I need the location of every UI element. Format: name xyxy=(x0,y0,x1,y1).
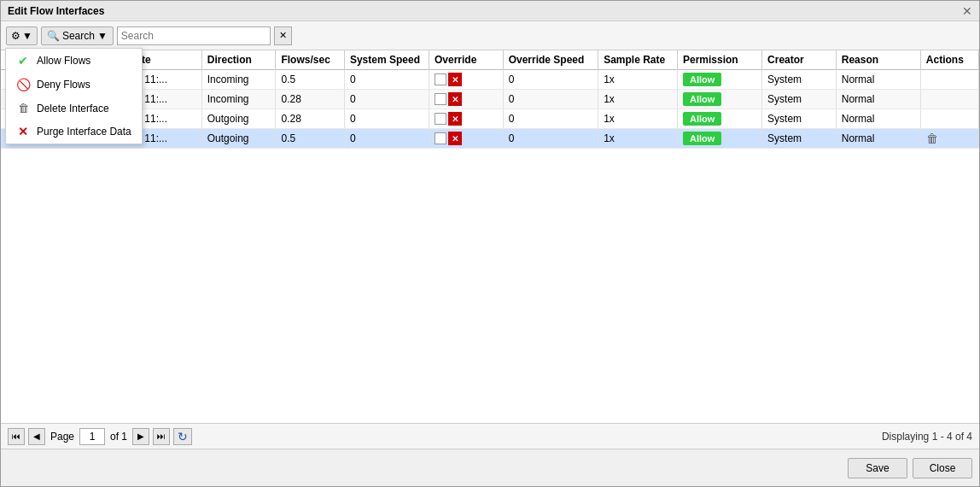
window-close-button[interactable]: ✕ xyxy=(962,4,972,18)
table-container: Seen Last Write Direction Flows/sec Syst… xyxy=(1,50,979,423)
ban-icon: 🚫 xyxy=(16,78,30,91)
permission-badge: Allow xyxy=(683,112,721,126)
cell-permission: Allow xyxy=(678,109,762,129)
save-button[interactable]: Save xyxy=(848,458,907,478)
first-page-button[interactable]: ⏮ xyxy=(8,428,25,445)
override-x-button[interactable]: ✕ xyxy=(448,92,462,106)
override-checkbox[interactable] xyxy=(435,132,446,144)
col-header-direction: Direction xyxy=(201,50,276,70)
dropdown-menu: ✔ Allow Flows 🚫 Deny Flows 🗑 Delete Inte… xyxy=(5,48,143,144)
deny-flows-label: Deny Flows xyxy=(37,79,90,91)
col-header-permission: Permission xyxy=(678,50,762,70)
cell-flows: 0.28 xyxy=(276,109,344,129)
gear-menu-button[interactable]: ⚙ ▼ xyxy=(6,26,38,45)
cell-speed: 0 xyxy=(344,90,429,109)
cell-speed: 0 xyxy=(344,70,429,90)
col-header-creator: Creator xyxy=(762,50,837,70)
cell-override[interactable]: ✕ xyxy=(429,109,504,129)
next-page-button[interactable]: ▶ xyxy=(132,428,149,445)
cell-override[interactable]: ✕ xyxy=(429,129,504,149)
cell-overspeed: 0 xyxy=(503,109,598,129)
col-header-speed: System Speed xyxy=(344,50,429,70)
permission-badge: Allow xyxy=(683,73,721,86)
cell-sample: 1x xyxy=(598,90,678,109)
col-header-reason: Reason xyxy=(836,50,920,70)
col-header-sample: Sample Rate xyxy=(598,50,678,70)
toolbar: ⚙ ▼ 🔍 Search ▼ ✕ xyxy=(1,21,979,50)
search-dropdown-arrow: ▼ xyxy=(97,30,108,42)
table-row[interactable]: 4 Apr '22 11:... 4 Apr '22 11:... Outgoi… xyxy=(1,129,979,149)
trash-icon: 🗑 xyxy=(16,102,30,114)
search-label: Search xyxy=(62,30,95,42)
check-icon: ✔ xyxy=(16,54,30,67)
delete-row-icon[interactable]: 🗑 xyxy=(926,132,938,145)
search-icon: 🔍 xyxy=(47,30,60,42)
table-header-row: Seen Last Write Direction Flows/sec Syst… xyxy=(1,50,979,70)
cell-permission: Allow xyxy=(678,70,762,90)
page-label: Page xyxy=(50,431,74,443)
col-header-overspeed: Override Speed xyxy=(503,50,598,70)
cell-override[interactable]: ✕ xyxy=(429,90,504,109)
cell-direction: Outgoing xyxy=(201,129,276,149)
footer-bar: ⏮ ◀ Page of 1 ▶ ⏭ ↻ Displaying 1 - 4 of … xyxy=(1,423,979,449)
override-checkbox[interactable] xyxy=(435,73,446,85)
title-bar: Edit Flow Interfaces ✕ xyxy=(1,1,979,21)
gear-dropdown-arrow: ▼ xyxy=(22,30,32,42)
prev-page-button[interactable]: ◀ xyxy=(28,428,45,445)
col-header-actions: Actions xyxy=(920,50,978,70)
window-title: Edit Flow Interfaces xyxy=(8,5,104,17)
cell-flows: 0.28 xyxy=(276,90,344,109)
cell-override[interactable]: ✕ xyxy=(429,70,504,90)
cell-overspeed: 0 xyxy=(503,129,598,149)
cell-direction: Incoming xyxy=(201,90,276,109)
allow-flows-label: Allow Flows xyxy=(37,55,90,67)
cell-actions xyxy=(920,70,978,90)
purge-data-label: Purge Interface Data xyxy=(37,126,131,138)
gear-icon: ⚙ xyxy=(11,30,20,42)
cell-speed: 0 xyxy=(344,109,429,129)
of-label: of 1 xyxy=(110,431,127,443)
refresh-button[interactable]: ↻ xyxy=(173,428,192,445)
cell-flows: 0.5 xyxy=(276,70,344,90)
pagination: ⏮ ◀ Page of 1 ▶ ⏭ ↻ xyxy=(8,428,192,445)
col-header-override: Override xyxy=(429,50,504,70)
cell-actions: 🗑 xyxy=(920,129,978,149)
search-clear-button[interactable]: ✕ xyxy=(274,26,292,45)
cell-sample: 1x xyxy=(598,109,678,129)
page-number-input[interactable] xyxy=(79,428,105,445)
delete-interface-label: Delete Interface xyxy=(37,103,109,114)
cell-direction: Outgoing xyxy=(201,109,276,129)
dropdown-item-allow-flows[interactable]: ✔ Allow Flows xyxy=(6,49,142,73)
table-row[interactable]: 4 Apr '22 11:... 4 Apr '22 11:... Incomi… xyxy=(1,70,979,90)
permission-badge: Allow xyxy=(683,92,721,106)
table-row[interactable]: 4 Apr '22 11:... 4 Apr '22 11:... Outgoi… xyxy=(1,109,979,129)
override-x-button[interactable]: ✕ xyxy=(448,132,462,145)
cell-overspeed: 0 xyxy=(503,70,598,90)
flow-interfaces-table: Seen Last Write Direction Flows/sec Syst… xyxy=(1,50,979,149)
dropdown-item-delete-interface[interactable]: 🗑 Delete Interface xyxy=(6,97,142,120)
override-checkbox[interactable] xyxy=(435,113,446,125)
bottom-bar: Save Close xyxy=(1,449,979,486)
cell-sample: 1x xyxy=(598,70,678,90)
cell-sample: 1x xyxy=(598,129,678,149)
search-toggle-button[interactable]: 🔍 Search ▼ xyxy=(41,26,114,45)
cell-speed: 0 xyxy=(344,129,429,149)
table-row[interactable]: 4 Apr '22 11:... 4 Apr '22 11:... Incomi… xyxy=(1,90,979,109)
dropdown-item-deny-flows[interactable]: 🚫 Deny Flows xyxy=(6,73,142,97)
close-button[interactable]: Close xyxy=(913,458,972,478)
display-info: Displaying 1 - 4 of 4 xyxy=(882,431,972,443)
cell-creator: System xyxy=(762,129,837,149)
cell-permission: Allow xyxy=(678,90,762,109)
col-header-flows: Flows/sec xyxy=(276,50,344,70)
cell-direction: Incoming xyxy=(201,70,276,90)
last-page-button[interactable]: ⏭ xyxy=(153,428,170,445)
override-x-button[interactable]: ✕ xyxy=(448,73,462,86)
dropdown-item-purge-data[interactable]: ✕ Purge Interface Data xyxy=(6,120,142,144)
override-x-button[interactable]: ✕ xyxy=(448,112,462,126)
search-input[interactable] xyxy=(117,26,271,45)
cell-reason: Normal xyxy=(836,70,920,90)
cell-overspeed: 0 xyxy=(503,90,598,109)
cell-creator: System xyxy=(762,70,837,90)
main-window: Edit Flow Interfaces ✕ ⚙ ▼ 🔍 Search ▼ ✕ … xyxy=(0,0,980,487)
override-checkbox[interactable] xyxy=(435,93,446,105)
